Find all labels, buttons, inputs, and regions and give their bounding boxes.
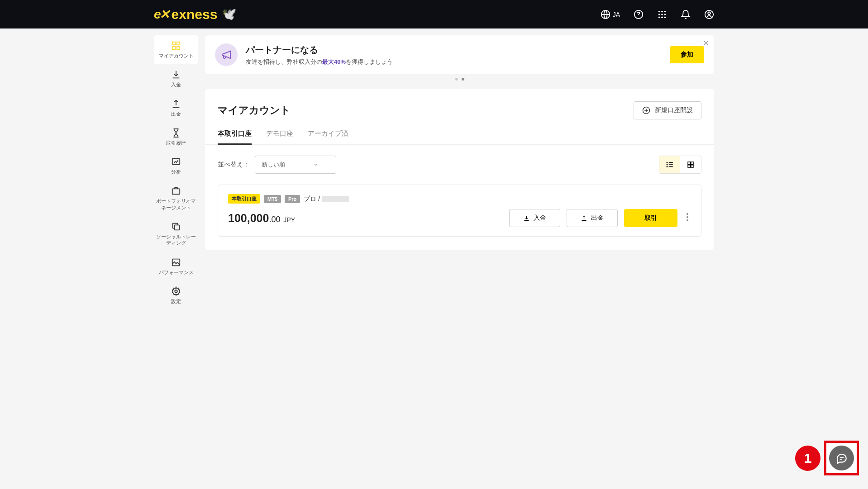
deposit-button[interactable]: 入金 xyxy=(509,209,560,227)
svg-rect-29 xyxy=(691,165,693,167)
brand-name: exness xyxy=(172,7,218,22)
banner-close[interactable] xyxy=(703,40,709,47)
partner-banner: パートナーになる 友達を招待し、弊社収入分の最大40%を獲得しましょう 参加 xyxy=(205,35,714,74)
svg-point-9 xyxy=(661,16,663,18)
help-icon xyxy=(634,9,644,19)
svg-point-7 xyxy=(664,14,666,15)
megaphone-icon xyxy=(215,43,238,66)
svg-point-5 xyxy=(658,14,660,15)
upload-icon xyxy=(171,99,181,109)
logo-area[interactable]: e✕ exness 🕊️ xyxy=(154,7,236,22)
sidebar-item-deposit[interactable]: 入金 xyxy=(154,64,198,93)
trade-button[interactable]: 取引 xyxy=(624,209,677,227)
gear-icon xyxy=(171,286,181,296)
view-toggle xyxy=(659,156,701,174)
sidebar-item-settings[interactable]: 設定 xyxy=(154,281,198,310)
grid-view-button[interactable] xyxy=(680,156,701,173)
svg-point-3 xyxy=(661,10,663,12)
download-icon xyxy=(171,70,181,80)
chat-button[interactable] xyxy=(829,446,854,470)
profile-button[interactable] xyxy=(704,9,714,19)
image-icon xyxy=(171,257,181,267)
pagination-dot[interactable] xyxy=(462,78,464,81)
svg-rect-19 xyxy=(174,225,179,230)
account-balance: 100,000.00 JPY xyxy=(228,212,295,225)
header: e✕ exness 🕊️ JA xyxy=(0,0,868,28)
help-button[interactable] xyxy=(634,9,644,19)
banner-pagination xyxy=(205,78,714,81)
panel-title: マイアカウント xyxy=(218,104,291,117)
new-account-button[interactable]: 新規口座開設 xyxy=(634,101,701,119)
svg-point-25 xyxy=(667,166,668,167)
list-icon xyxy=(666,161,674,169)
sort-dropdown[interactable]: 新しい順 xyxy=(255,156,336,174)
banner-cta[interactable]: 参加 xyxy=(670,46,704,63)
svg-point-4 xyxy=(664,10,666,12)
globe-icon xyxy=(601,9,610,19)
dashboard-icon xyxy=(171,41,181,51)
account-card: 本取引口座 MT5 Pro プロ / 100,000.00 JPY 入金 xyxy=(218,185,701,237)
briefcase-icon xyxy=(171,186,181,196)
sidebar-item-myaccount[interactable]: マイアカウント xyxy=(154,35,198,64)
svg-point-32 xyxy=(687,219,688,221)
sidebar-item-portfolio[interactable]: ポートフォリオマネージメント xyxy=(154,180,198,216)
sidebar: マイアカウント 入金 出金 取引履歴 分析 ポートフォリオマネージメント ソーシ… xyxy=(154,35,198,310)
dove-icon: 🕊️ xyxy=(222,7,236,21)
account-level-badge: Pro xyxy=(285,195,300,203)
svg-rect-27 xyxy=(691,162,693,164)
chevron-down-icon xyxy=(313,162,319,167)
svg-point-10 xyxy=(664,16,666,18)
svg-rect-14 xyxy=(177,42,180,45)
sidebar-item-analytics[interactable]: 分析 xyxy=(154,152,198,180)
svg-point-8 xyxy=(658,16,660,18)
notifications-button[interactable] xyxy=(681,9,691,19)
sidebar-item-performance[interactable]: パフォーマンス xyxy=(154,252,198,281)
grid-icon xyxy=(687,161,695,169)
sort-label: 並べ替え： xyxy=(218,161,249,169)
close-icon xyxy=(703,40,709,46)
svg-point-12 xyxy=(708,12,711,14)
annotation-step: 1 xyxy=(795,446,820,471)
upload-icon xyxy=(581,215,587,222)
tab-real[interactable]: 本取引口座 xyxy=(218,129,252,144)
sidebar-item-withdraw[interactable]: 出金 xyxy=(154,94,198,123)
annotation-highlight xyxy=(824,441,859,475)
svg-point-23 xyxy=(667,162,668,163)
svg-rect-18 xyxy=(172,189,180,195)
svg-rect-15 xyxy=(172,47,175,49)
svg-rect-16 xyxy=(177,47,180,49)
svg-point-21 xyxy=(175,290,177,293)
list-view-button[interactable] xyxy=(659,156,680,173)
tab-archived[interactable]: アーカイブ済 xyxy=(308,129,348,144)
svg-point-30 xyxy=(687,213,688,215)
apps-icon xyxy=(657,9,667,19)
pagination-dot[interactable] xyxy=(455,78,458,81)
sidebar-item-social[interactable]: ソーシャルトレーディング xyxy=(154,216,198,252)
banner-title: パートナーになる xyxy=(246,44,393,56)
accounts-panel: マイアカウント 新規口座開設 本取引口座 デモ口座 アーカイブ済 並べ替え： 新… xyxy=(205,89,714,250)
chat-widget-area: 1 xyxy=(795,441,859,475)
plus-circle-icon xyxy=(642,106,650,114)
more-options[interactable] xyxy=(684,210,691,226)
chat-icon xyxy=(836,452,848,464)
apps-button[interactable] xyxy=(657,9,667,19)
copy-icon xyxy=(171,222,181,232)
tab-demo[interactable]: デモ口座 xyxy=(266,129,293,144)
brand-icon: e✕ xyxy=(154,7,168,22)
withdraw-button[interactable]: 出金 xyxy=(567,209,618,227)
platform-badge: MT5 xyxy=(264,195,281,203)
svg-point-24 xyxy=(667,164,668,165)
sidebar-item-history[interactable]: 取引履歴 xyxy=(154,123,198,152)
svg-point-31 xyxy=(687,216,688,218)
svg-rect-13 xyxy=(172,42,175,45)
user-icon xyxy=(704,9,714,19)
account-tabs: 本取引口座 デモ口座 アーカイブ済 xyxy=(205,129,714,145)
svg-point-6 xyxy=(661,14,663,15)
language-switch[interactable]: JA xyxy=(601,9,620,19)
svg-rect-28 xyxy=(688,165,690,167)
account-name: プロ / xyxy=(304,195,349,203)
hourglass-icon xyxy=(171,128,181,138)
banner-desc: 友達を招待し、弊社収入分の最大40%を獲得しましょう xyxy=(246,58,393,66)
more-vertical-icon xyxy=(687,213,688,221)
account-type-badge: 本取引口座 xyxy=(228,194,260,204)
